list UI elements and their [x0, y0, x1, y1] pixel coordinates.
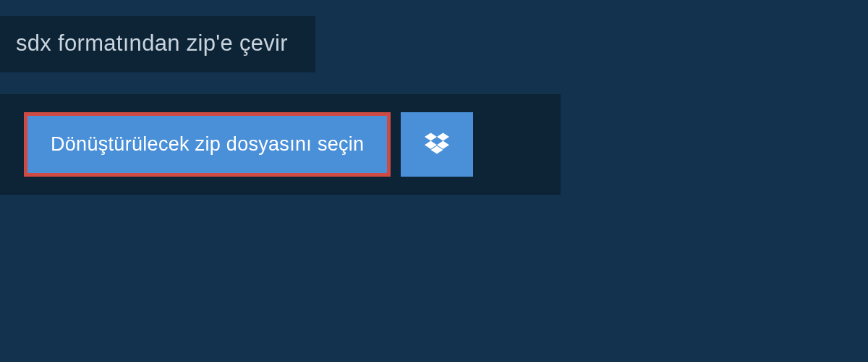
page-title: sdx formatından zip'e çevir — [16, 30, 288, 56]
upload-panel: Dönüştürülecek zip dosyasını seçin — [0, 94, 561, 195]
dropbox-button[interactable] — [401, 112, 473, 177]
dropbox-icon — [425, 132, 449, 156]
tab-header: sdx formatından zip'e çevir — [0, 16, 315, 72]
upload-row: Dönüştürülecek zip dosyasını seçin — [24, 112, 537, 177]
file-select-label: Dönüştürülecek zip dosyasını seçin — [51, 133, 364, 155]
file-select-button[interactable]: Dönüştürülecek zip dosyasını seçin — [24, 112, 391, 177]
